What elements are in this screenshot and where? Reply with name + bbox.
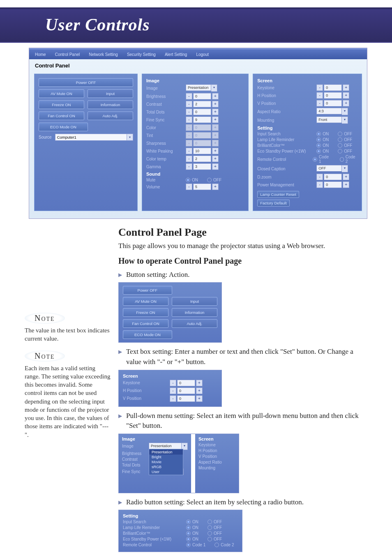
power-off-button[interactable]: Power OFF [39, 78, 133, 87]
radio-icon[interactable] [186, 520, 191, 524]
dropdown-option[interactable]: sRGB [149, 464, 183, 469]
plus-button[interactable]: + [212, 163, 219, 170]
tab-logout[interactable]: Logout [196, 52, 209, 57]
radio-icon[interactable] [316, 132, 321, 136]
input-button[interactable]: Input [172, 297, 217, 306]
minus-button[interactable]: - [170, 388, 176, 394]
plus-button[interactable]: + [212, 155, 219, 162]
dropdown-option[interactable]: Movie [149, 460, 183, 464]
radio-icon[interactable] [186, 525, 191, 530]
plus-button[interactable]: + [212, 93, 219, 100]
radio-icon[interactable] [313, 157, 317, 162]
minus-button[interactable]: - [186, 116, 192, 123]
minus-button[interactable]: - [170, 395, 176, 402]
minus-button[interactable]: - [186, 93, 192, 100]
colortemp-value[interactable]: 2 [193, 155, 211, 162]
dropdown-option[interactable]: Bright [149, 455, 183, 460]
vpos-value[interactable]: 0 [324, 100, 342, 107]
radio-icon[interactable] [316, 137, 321, 142]
cc-value[interactable]: OFF [316, 165, 342, 172]
minus-button[interactable]: - [186, 155, 192, 162]
freeze-button[interactable]: Freeze ON [39, 100, 84, 109]
radio-icon[interactable] [186, 543, 191, 547]
minus-button[interactable]: - [186, 163, 192, 170]
aspect-value[interactable]: 4:3 [316, 108, 342, 114]
radio-icon[interactable] [208, 520, 212, 524]
radio-icon[interactable] [338, 143, 342, 148]
av-mute-button[interactable]: AV Mute ON [123, 297, 168, 306]
eco-mode-button[interactable]: ECO Mode ON [39, 123, 88, 131]
chevron-down-icon[interactable]: ▾ [342, 116, 348, 124]
plus-button[interactable]: + [343, 181, 349, 188]
dropdown-option[interactable]: User [149, 469, 183, 474]
chevron-down-icon[interactable]: ▾ [127, 134, 133, 141]
radio-icon[interactable] [316, 149, 321, 153]
plus-button[interactable]: + [196, 395, 203, 402]
radio-icon[interactable] [338, 149, 342, 153]
information-button[interactable]: Information [88, 100, 133, 109]
image-mode-value[interactable]: Presentation [186, 84, 211, 91]
radio-icon[interactable] [340, 157, 344, 162]
auto-adj-button[interactable]: Auto Adj. [172, 319, 217, 328]
plus-button[interactable]: + [212, 109, 219, 115]
information-button[interactable]: Information [172, 308, 217, 317]
radio-icon[interactable] [207, 178, 212, 182]
plus-button[interactable]: + [196, 380, 203, 386]
minus-button[interactable]: - [316, 92, 323, 99]
fan-control-button[interactable]: Fan Control ON [123, 319, 168, 328]
lamp-reset-button[interactable]: Lamp Counter Reset [257, 191, 299, 198]
plus-button[interactable]: + [212, 148, 219, 154]
radio-icon[interactable] [338, 132, 342, 136]
freeze-button[interactable]: Freeze ON [123, 308, 168, 317]
finesync-value[interactable]: 9 [193, 116, 211, 123]
pm-value[interactable]: 0 [324, 181, 342, 188]
av-mute-button[interactable]: AV Mute ON [39, 89, 84, 98]
plus-button[interactable]: + [196, 388, 203, 394]
tab-alert[interactable]: Alert Setting [165, 52, 187, 57]
hpos-value[interactable]: 0 [324, 92, 342, 99]
factory-default-button[interactable]: Factory Default [257, 200, 289, 207]
plus-button[interactable]: + [343, 174, 349, 180]
minus-button[interactable]: - [316, 84, 323, 91]
radio-icon[interactable] [186, 178, 190, 182]
radio-icon[interactable] [186, 537, 191, 541]
chevron-down-icon[interactable]: ▾ [342, 165, 348, 172]
contrast-value[interactable]: 2 [193, 101, 211, 107]
radio-icon[interactable] [208, 537, 212, 541]
plus-button[interactable]: + [343, 84, 349, 91]
radio-icon[interactable] [186, 531, 191, 536]
tab-security[interactable]: Security Setting [127, 52, 156, 57]
dropdown-option[interactable]: Presentation [149, 450, 183, 455]
radio-icon[interactable] [208, 531, 212, 536]
gamma-value[interactable]: 3 [193, 163, 211, 170]
auto-adj-button[interactable]: Auto Adj. [88, 111, 133, 120]
brightness-value[interactable]: 0 [193, 93, 211, 100]
power-off-button[interactable]: Power OFF [123, 286, 172, 295]
minus-button[interactable]: - [186, 148, 192, 154]
tab-control-panel[interactable]: Control Panel [55, 52, 80, 57]
radio-icon[interactable] [208, 525, 212, 530]
plus-button[interactable]: + [343, 92, 349, 99]
radio-icon[interactable] [214, 543, 219, 547]
whitepeaking-value[interactable]: 10 [193, 148, 211, 154]
plus-button[interactable]: + [212, 183, 219, 190]
chevron-down-icon[interactable]: ▾ [211, 84, 217, 92]
radio-icon[interactable] [316, 143, 321, 148]
fan-control-button[interactable]: Fan Control ON [39, 111, 84, 120]
minus-button[interactable]: - [316, 181, 323, 188]
radio-icon[interactable] [338, 137, 342, 142]
input-button[interactable]: Input [88, 89, 133, 98]
chevron-down-icon[interactable]: ▾ [342, 108, 348, 115]
plus-button[interactable]: + [212, 116, 219, 123]
keystone-value[interactable]: 0 [324, 84, 342, 91]
source-input[interactable] [55, 134, 127, 141]
minus-button[interactable]: - [170, 380, 176, 386]
tab-network[interactable]: Network Setting [89, 52, 118, 57]
dzoom-value[interactable]: 0 [324, 174, 342, 180]
minus-button[interactable]: - [186, 183, 192, 190]
minus-button[interactable]: - [186, 109, 192, 115]
totaldots-value[interactable]: 0 [193, 109, 211, 115]
tab-home[interactable]: Home [35, 52, 46, 57]
mounting-value[interactable]: Front [316, 116, 342, 123]
eco-mode-button[interactable]: ECO Mode ON [123, 330, 172, 339]
